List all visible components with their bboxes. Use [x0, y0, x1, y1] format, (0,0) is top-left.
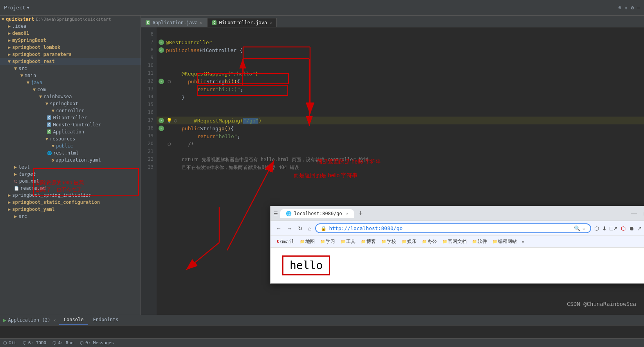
- sidebar-item-springboot-lombok[interactable]: ▶ springboot_lombok: [0, 44, 141, 51]
- browser-url-text: http://localhost:8080/go: [329, 225, 571, 231]
- browser-active-tab[interactable]: 🌐 localhost:8080/go ✕: [280, 209, 354, 218]
- browser-bookmarks-bar: C Gmail 📁地图 📁学习 📁工具 📁博客: [271, 236, 644, 248]
- bottom-tab-console[interactable]: Console: [59, 315, 88, 325]
- sidebar-item-controller[interactable]: ▼ controller: [0, 107, 141, 114]
- sidebar-item-application-yaml[interactable]: ⚙ application.yaml: [0, 156, 141, 164]
- bookmark-entertainment[interactable]: 📁娱乐: [399, 237, 419, 246]
- project-label[interactable]: Project: [4, 5, 25, 11]
- browser-back[interactable]: ←: [274, 225, 283, 232]
- minimize-icon[interactable]: —: [637, 5, 640, 11]
- run-close[interactable]: ✕: [54, 318, 56, 322]
- browser-tab-container: ☰ 🌐 localhost:8080/go ✕ +: [274, 209, 627, 218]
- sidebar-item-test[interactable]: ▶ test: [0, 164, 141, 171]
- bookmark-school[interactable]: 📁学校: [379, 237, 399, 246]
- tab-close-application[interactable]: ✕: [200, 21, 202, 25]
- sidebar-item-idea[interactable]: ▶ .idea: [0, 23, 141, 30]
- browser-copy-btn[interactable]: ⬡: [593, 225, 600, 232]
- window-maximize[interactable]: □: [641, 209, 644, 218]
- sidebar-item-src[interactable]: ▼ src: [0, 65, 141, 72]
- browser-titlebar: ☰ 🌐 localhost:8080/go ✕ + — □ ✕: [271, 206, 644, 221]
- dropdown-icon[interactable]: ▼: [27, 5, 29, 10]
- code-line-17: ✓ 💡 ⬡ @RequestMapping("/go": [157, 117, 644, 124]
- bookmark-office[interactable]: 📁办公: [420, 237, 439, 246]
- sidebar-item-application[interactable]: C Application: [0, 128, 141, 135]
- bottom-panel: ▶ Application (2) ✕ Console Endpoints: [0, 315, 644, 338]
- sidebar-item-resources[interactable]: ▼ resources: [0, 135, 141, 142]
- code-line-20: ⬡ /*: [157, 140, 644, 148]
- bookmark-blog[interactable]: 📁博客: [359, 237, 378, 246]
- sidebar-item-monstercontroller[interactable]: C MonsterController: [0, 121, 141, 128]
- tab-hicontroller-java[interactable]: C HiController.java ✕: [207, 18, 277, 27]
- bottom-tab-endpoints[interactable]: Endpoints: [88, 315, 123, 325]
- browser-share-btn[interactable]: ↗: [637, 225, 643, 232]
- bookmark-tools[interactable]: 📁工具: [338, 237, 358, 246]
- status-git[interactable]: ⬡ Git: [3, 340, 16, 345]
- code-line-14: }: [157, 93, 644, 101]
- editor-tabs: C Application.java ✕ C HiController.java…: [141, 16, 644, 27]
- browser-reload[interactable]: ↻: [296, 225, 304, 232]
- sidebar-item-myspringboot[interactable]: ▶ mySpringBoot: [0, 37, 141, 44]
- sidebar-item-demo01[interactable]: ▶ demo01: [0, 30, 141, 37]
- browser-new-tab-button[interactable]: +: [356, 209, 365, 218]
- sidebar-item-rest-html[interactable]: 🌐 rest.html: [0, 149, 141, 156]
- bookmark-programming[interactable]: 📁编程网站: [490, 237, 519, 246]
- sidebar-item-java[interactable]: ▼ java: [0, 79, 141, 86]
- sidebar-item-springboot-static-configuration[interactable]: ▶ springboot_static_configuration: [0, 199, 141, 206]
- project-sidebar: ▼ quickstart E:\Java\SpringBoot\quicksta…: [0, 16, 141, 315]
- sidebar-item-springboot-parameters[interactable]: ▶ springboot_parameters: [0, 51, 141, 58]
- browser-bookmark-icon[interactable]: ☆: [583, 225, 586, 231]
- line-numbers: 6 7 8 9 10 11 12 13 14 15 16 17 18 19: [141, 27, 157, 315]
- sidebar-item-pom[interactable]: ⬡ pom.xml: [0, 178, 141, 185]
- browser-extensions-btn[interactable]: □↗: [609, 225, 619, 232]
- run-indicator-area: ▶ Application (2) ✕: [0, 315, 59, 325]
- browser-record-btn[interactable]: ⏺: [628, 225, 635, 232]
- sidebar-item-springboot-yaml[interactable]: ▶ springboot_yaml: [0, 206, 141, 213]
- status-run[interactable]: ⬡ 4: Run: [52, 340, 74, 345]
- tab-close-hicontroller[interactable]: ✕: [269, 21, 272, 25]
- bottom-tabs: ▶ Application (2) ✕ Console Endpoints: [0, 315, 644, 325]
- browser-tab-expand[interactable]: ☰: [274, 211, 278, 216]
- code-line-8: ✓ public class HiController {: [157, 46, 644, 54]
- bookmark-study[interactable]: 📁学习: [318, 237, 337, 246]
- sidebar-item-target[interactable]: ▶ target: [0, 171, 141, 178]
- code-line-22: return 先看视图解析器当中是否有 hello.html 页面，没有就找 c…: [157, 156, 644, 164]
- sidebar-item-hicontroller[interactable]: C HiController: [0, 114, 141, 121]
- bookmark-docs[interactable]: 📁官网文档: [440, 237, 469, 246]
- browser-download-btn[interactable]: ⬇: [601, 225, 608, 232]
- bookmark-more[interactable]: »: [521, 239, 524, 245]
- browser-action-buttons: ⬡ ⬇ □↗ ⬡ ⏺ ↗ 👤 ⋮: [593, 225, 644, 232]
- browser-home[interactable]: ⌂: [307, 225, 313, 232]
- browser-adblock-btn[interactable]: ⬡: [620, 225, 626, 232]
- sidebar-item-src2[interactable]: ▶ src: [0, 213, 141, 220]
- bookmark-gmail[interactable]: C Gmail: [274, 238, 297, 245]
- browser-forward[interactable]: →: [285, 225, 294, 232]
- bookmark-software[interactable]: 📁软件: [470, 237, 489, 246]
- window-minimize[interactable]: —: [629, 209, 639, 218]
- browser-nav-bar: ← → ↻ ⌂ 🔒 http://localhost:8080/go 🔍 ☆ ⬡…: [271, 221, 644, 236]
- sidebar-item-springboot-rest[interactable]: ▼ springboot_rest: [0, 58, 141, 65]
- sidebar-item-main[interactable]: ▼ main: [0, 72, 141, 79]
- browser-search-icon[interactable]: 🔍: [574, 225, 580, 231]
- tab-application-java[interactable]: C Application.java ✕: [141, 18, 207, 27]
- sidebar-item-springboot-spring-initializr[interactable]: ▶ springboot_spring_initializr: [0, 192, 141, 199]
- sidebar-item-rainbowsea[interactable]: ▼ rainbowsea: [0, 93, 141, 100]
- layout-icon[interactable]: ↕: [625, 5, 628, 11]
- bottom-content: [0, 325, 644, 338]
- sidebar-item-public[interactable]: ▼ public: [0, 142, 141, 149]
- browser-tab-close[interactable]: ✕: [346, 211, 348, 216]
- code-line-15: [157, 101, 644, 109]
- sidebar-item-springboot[interactable]: ▼ springboot: [0, 100, 141, 107]
- status-messages[interactable]: ⬡ 0: Messages: [80, 340, 114, 345]
- status-todo[interactable]: ⬡ 6: TODO: [23, 340, 46, 345]
- editor-area: C Application.java ✕ C HiController.java…: [141, 16, 644, 315]
- sidebar-item-readme[interactable]: 📄 readme.md: [0, 185, 141, 192]
- bookmark-maps[interactable]: 📁地图: [298, 237, 317, 246]
- target-icon[interactable]: ⊕: [619, 5, 622, 11]
- sidebar-item-com[interactable]: ▼ com: [0, 86, 141, 93]
- code-line-13: return "hi:):)";: [157, 85, 644, 93]
- code-line-6: [157, 31, 644, 38]
- code-line-10: [157, 62, 644, 70]
- browser-url-bar[interactable]: 🔒 http://localhost:8080/go 🔍 ☆: [315, 223, 591, 233]
- sidebar-item-quickstart[interactable]: ▼ quickstart E:\Java\SpringBoot\quicksta…: [0, 16, 141, 23]
- settings-icon[interactable]: ⚙: [631, 5, 634, 11]
